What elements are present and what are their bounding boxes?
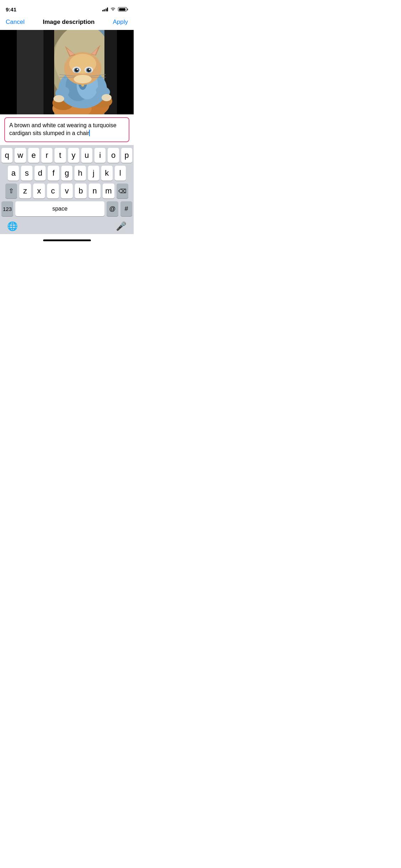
key-d[interactable]: d xyxy=(35,166,46,181)
keyboard: q w e r t y u i o p a s d f g h j k l ⇧ … xyxy=(0,145,134,234)
key-i[interactable]: i xyxy=(94,148,106,163)
cat-image xyxy=(17,30,117,114)
key-j[interactable]: j xyxy=(88,166,99,181)
key-z[interactable]: z xyxy=(19,184,31,198)
signal-icon xyxy=(102,7,108,11)
key-n[interactable]: n xyxy=(89,184,101,198)
numbers-key[interactable]: 123 xyxy=(1,201,13,216)
key-w[interactable]: w xyxy=(15,148,26,163)
apply-button[interactable]: Apply xyxy=(113,19,128,26)
globe-icon[interactable]: 🌐 xyxy=(7,221,18,231)
battery-icon xyxy=(118,7,128,11)
space-key[interactable]: space xyxy=(15,201,104,216)
svg-point-37 xyxy=(87,68,91,72)
svg-point-36 xyxy=(75,68,78,72)
description-value: A brown and white cat wearing a turquois… xyxy=(9,122,117,136)
key-k[interactable]: k xyxy=(101,166,112,181)
key-e[interactable]: e xyxy=(28,148,39,163)
key-y[interactable]: y xyxy=(68,148,79,163)
cancel-button[interactable]: Cancel xyxy=(6,19,25,26)
keyboard-row-3: ⇧ z x c v b n m ⌫ xyxy=(0,184,134,198)
home-bar xyxy=(43,239,91,241)
nav-bar: Cancel Image description Apply xyxy=(0,16,134,30)
at-key[interactable]: @ xyxy=(107,201,118,216)
microphone-icon[interactable]: 🎤 xyxy=(116,221,127,231)
key-q[interactable]: q xyxy=(1,148,12,163)
keyboard-row-1: q w e r t y u i o p xyxy=(0,148,134,163)
key-h[interactable]: h xyxy=(74,166,86,181)
page-title: Image description xyxy=(43,19,94,26)
shift-key[interactable]: ⇧ xyxy=(5,184,17,198)
keyboard-toolbar: 🌐 🎤 xyxy=(0,218,134,234)
description-text[interactable]: A brown and white cat wearing a turquois… xyxy=(9,122,124,138)
key-a[interactable]: a xyxy=(8,166,19,181)
status-icons xyxy=(102,6,128,12)
home-indicator xyxy=(0,234,134,246)
key-b[interactable]: b xyxy=(75,184,87,198)
key-g[interactable]: g xyxy=(61,166,72,181)
text-cursor xyxy=(89,130,90,136)
delete-key[interactable]: ⌫ xyxy=(117,184,128,198)
key-t[interactable]: t xyxy=(55,148,66,163)
status-time: 9:41 xyxy=(6,6,16,12)
key-x[interactable]: x xyxy=(33,184,45,198)
description-input-wrapper[interactable]: A brown and white cat wearing a turquois… xyxy=(4,117,129,142)
wifi-icon xyxy=(110,6,116,12)
key-p[interactable]: p xyxy=(121,148,132,163)
key-r[interactable]: r xyxy=(41,148,52,163)
svg-point-45 xyxy=(74,75,92,83)
image-container xyxy=(0,30,134,114)
keyboard-row-4: 123 space @ # xyxy=(0,201,134,216)
key-v[interactable]: v xyxy=(61,184,73,198)
svg-point-24 xyxy=(53,95,64,102)
svg-point-38 xyxy=(77,69,78,70)
key-o[interactable]: o xyxy=(108,148,119,163)
key-s[interactable]: s xyxy=(21,166,32,181)
hash-key[interactable]: # xyxy=(120,201,132,216)
key-f[interactable]: f xyxy=(48,166,59,181)
key-l[interactable]: l xyxy=(115,166,126,181)
key-m[interactable]: m xyxy=(103,184,114,198)
keyboard-row-2: a s d f g h j k l xyxy=(0,166,134,181)
key-c[interactable]: c xyxy=(47,184,59,198)
svg-point-25 xyxy=(102,94,112,101)
status-bar: 9:41 xyxy=(0,0,134,16)
svg-point-39 xyxy=(89,69,90,70)
key-u[interactable]: u xyxy=(81,148,92,163)
